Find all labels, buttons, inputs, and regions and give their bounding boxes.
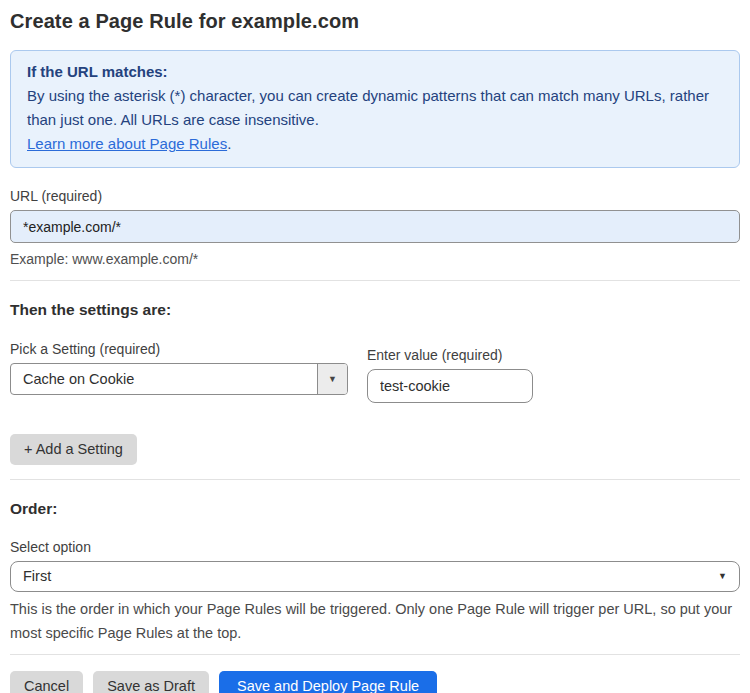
settings-row: Pick a Setting (required) Cache on Cooki… bbox=[10, 341, 740, 403]
chevron-down-icon: ▼ bbox=[328, 374, 337, 384]
form-actions: Cancel Save as Draft Save and Deploy Pag… bbox=[10, 671, 740, 693]
setting-value-input[interactable] bbox=[367, 369, 533, 403]
setting-select[interactable]: Cache on Cookie ▼ bbox=[10, 363, 348, 395]
save-deploy-button[interactable]: Save and Deploy Page Rule bbox=[219, 671, 437, 693]
setting-select-dropdown-button[interactable]: ▼ bbox=[317, 364, 347, 394]
setting-picker-column: Pick a Setting (required) Cache on Cooki… bbox=[10, 341, 348, 395]
link-suffix: . bbox=[227, 135, 231, 152]
order-section-heading: Order: bbox=[10, 500, 740, 518]
save-draft-button[interactable]: Save as Draft bbox=[93, 671, 209, 693]
chevron-down-icon: ▼ bbox=[718, 571, 727, 581]
url-input[interactable] bbox=[10, 210, 740, 243]
info-box-heading: If the URL matches: bbox=[27, 60, 723, 84]
url-match-info-box: If the URL matches: By using the asteris… bbox=[10, 50, 740, 168]
create-page-rule-form: Create a Page Rule for example.com If th… bbox=[0, 0, 750, 693]
url-example-text: Example: www.example.com/* bbox=[10, 251, 740, 267]
setting-value-label: Enter value (required) bbox=[367, 347, 533, 363]
setting-select-value: Cache on Cookie bbox=[11, 364, 317, 394]
order-select-value: First bbox=[23, 568, 718, 584]
url-label: URL (required) bbox=[10, 188, 740, 204]
info-link-line: Learn more about Page Rules. bbox=[27, 132, 723, 156]
setting-picker-label: Pick a Setting (required) bbox=[10, 341, 348, 357]
order-select[interactable]: First ▼ bbox=[10, 561, 740, 592]
add-setting-button[interactable]: + Add a Setting bbox=[10, 434, 137, 465]
divider bbox=[10, 280, 740, 281]
learn-more-link[interactable]: Learn more about Page Rules bbox=[27, 135, 227, 152]
order-help-text: This is the order in which your Page Rul… bbox=[10, 597, 740, 645]
info-box-body: By using the asterisk (*) character, you… bbox=[27, 84, 723, 132]
settings-section-heading: Then the settings are: bbox=[10, 301, 740, 319]
setting-value-column: Enter value (required) bbox=[367, 347, 533, 403]
order-select-label: Select option bbox=[10, 539, 740, 555]
cancel-button[interactable]: Cancel bbox=[10, 671, 83, 693]
page-title: Create a Page Rule for example.com bbox=[10, 10, 740, 33]
divider bbox=[10, 654, 740, 655]
divider bbox=[10, 479, 740, 480]
